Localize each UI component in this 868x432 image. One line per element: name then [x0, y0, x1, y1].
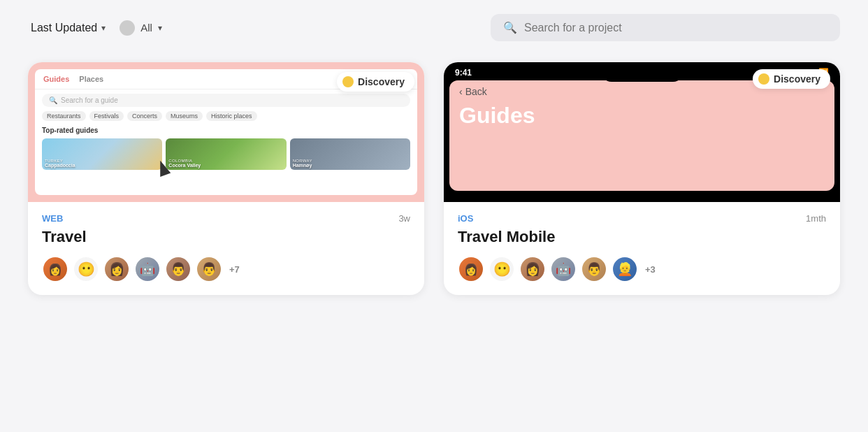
card-avatars-web: 👩 😶 👩 🤖 👨 👨 +7	[42, 256, 410, 282]
web-img-colombia: COLOMBIA Cocora Valley	[166, 138, 286, 170]
web-img-norway-label: NORWAY Hamnøy	[293, 159, 312, 168]
cards-grid: Guides Places 🔍 Search for a guide Resta…	[28, 62, 840, 295]
web-img-turkey: TURKEY Cappadoccia	[42, 138, 162, 170]
avatar-1: 👩	[42, 256, 68, 282]
sort-button[interactable]: Last Updated ▾	[28, 16, 108, 40]
web-img-colombia-country: COLOMBIA	[168, 159, 201, 163]
avatar-4: 🤖	[134, 256, 161, 282]
discovery-badge-ios: Discovery	[753, 69, 830, 89]
avatar-ios-3: 👩	[519, 256, 546, 282]
card-platform-ios: iOS	[458, 213, 473, 224]
ios-time: 9:41	[455, 68, 472, 78]
ios-content: ‹ Back Guides	[449, 80, 834, 191]
discovery-label-ios: Discovery	[774, 73, 820, 85]
web-img-turkey-country: TURKEY	[45, 159, 75, 163]
card-body-web: WEB 3w Travel 👩 😶 👩 🤖 👨 👨 +7	[28, 202, 424, 295]
project-card-travel-ios[interactable]: 9:41 ●●● ▶ 📶 ‹ Back Guides Discovery iOS…	[444, 62, 840, 295]
search-input[interactable]	[524, 22, 827, 34]
avatar-3: 👩	[103, 256, 130, 282]
card-meta-ios: iOS 1mth	[458, 213, 826, 224]
web-tag-restaurants: Restaurants	[42, 111, 86, 121]
discovery-dot-web	[342, 76, 354, 87]
web-nav-tab-places: Places	[79, 75, 103, 83]
web-tag-historic: Historic places	[206, 111, 257, 121]
avatar-ios-2: 😶	[489, 256, 515, 282]
card-body-ios: iOS 1mth Travel Mobile 👩 😶 👩 🤖 👨 👱 +3	[444, 202, 840, 295]
web-search-placeholder: Search for a guide	[61, 96, 118, 104]
more-count-web: +7	[229, 264, 240, 275]
card-meta-web: WEB 3w	[42, 213, 410, 224]
ios-back-label: Back	[465, 86, 487, 97]
discovery-badge-web: Discovery	[337, 72, 414, 92]
more-count-ios: +3	[645, 264, 656, 275]
card-title-ios: Travel Mobile	[458, 228, 826, 246]
card-platform-web: WEB	[42, 213, 63, 224]
filter-chevron: ▾	[158, 23, 162, 33]
card-preview-web: Guides Places 🔍 Search for a guide Resta…	[28, 62, 424, 202]
project-card-travel-web[interactable]: Guides Places 🔍 Search for a guide Resta…	[28, 62, 424, 295]
card-avatars-ios: 👩 😶 👩 🤖 👨 👱 +3	[458, 256, 826, 282]
ios-page-title: Guides	[459, 103, 825, 129]
web-images: TURKEY Cappadoccia COLOMBIA Cocora Valle…	[35, 138, 417, 170]
card-time-ios: 1mth	[806, 213, 826, 224]
web-tag-concerts: Concerts	[127, 111, 162, 121]
web-img-turkey-label: TURKEY Cappadoccia	[45, 159, 75, 168]
ios-back-chevron: ‹	[459, 86, 463, 97]
filter-button[interactable]: All ▾	[120, 20, 162, 36]
discovery-dot-ios	[758, 73, 769, 85]
web-img-colombia-label: COLOMBIA Cocora Valley	[168, 159, 201, 168]
card-time-web: 3w	[398, 213, 410, 224]
avatar-5: 👨	[165, 256, 191, 282]
avatar-ios-6: 👱	[612, 256, 638, 282]
web-tags: Restaurants Festivals Concerts Museums H…	[35, 111, 417, 125]
card-title-web: Travel	[42, 228, 410, 246]
filter-dot	[120, 20, 135, 36]
search-icon: 🔍	[503, 21, 517, 34]
web-img-norway: NORWAY Hamnøy	[290, 138, 410, 170]
web-tag-museums: Museums	[166, 111, 203, 121]
avatar-6: 👨	[196, 256, 222, 282]
web-section-title: Top-rated guides	[35, 125, 417, 138]
avatar-ios-4: 🤖	[550, 256, 577, 282]
avatar-ios-1: 👩	[458, 256, 484, 282]
web-search-icon: 🔍	[49, 96, 57, 104]
avatar-2: 😶	[73, 256, 99, 282]
filter-label: All	[140, 22, 152, 34]
discovery-label-web: Discovery	[358, 76, 405, 87]
sort-chevron: ▾	[101, 23, 106, 33]
web-search-bar: 🔍 Search for a guide	[42, 94, 410, 107]
top-bar-left: Last Updated ▾ All ▾	[28, 16, 162, 40]
search-box: 🔍	[491, 14, 840, 41]
top-bar: Last Updated ▾ All ▾ 🔍	[28, 14, 840, 41]
web-nav-tab-guides: Guides	[43, 75, 69, 83]
card-preview-ios: 9:41 ●●● ▶ 📶 ‹ Back Guides Discovery	[444, 62, 840, 202]
avatar-ios-5: 👨	[581, 256, 607, 282]
ios-notch	[600, 62, 684, 82]
web-img-norway-country: NORWAY	[293, 159, 312, 163]
web-tag-festivals: Festivals	[89, 111, 124, 121]
sort-label: Last Updated	[31, 22, 97, 34]
